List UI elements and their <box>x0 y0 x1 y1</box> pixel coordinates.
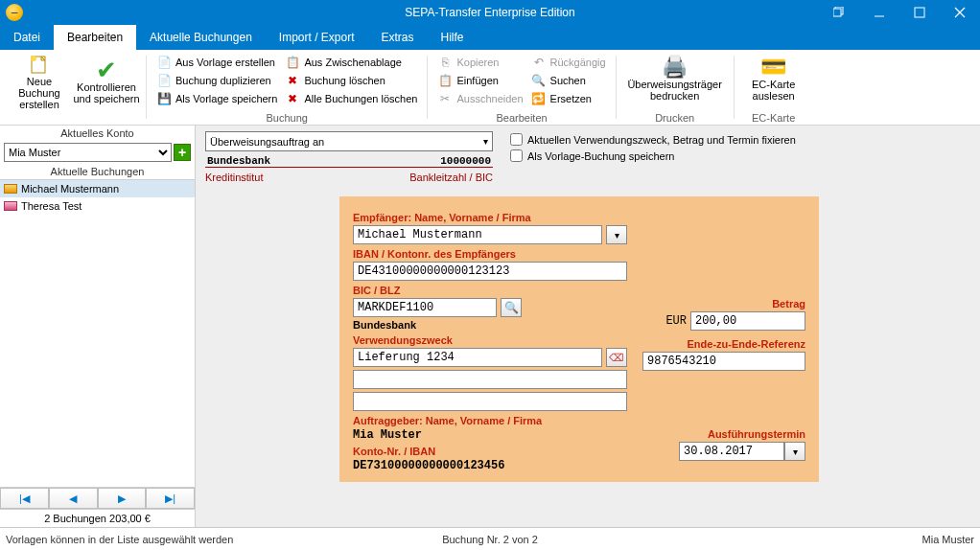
list-item-label: Michael Mustermann <box>21 183 119 195</box>
ribbon-einfuegen[interactable]: 📋Einfügen <box>437 72 523 89</box>
ribbon-neue-buchung-label: Neue Buchungerstellen <box>6 76 73 110</box>
ribbon-ersetzen-label: Ersetzen <box>550 93 592 104</box>
ribbon-ersetzen[interactable]: 🔁Ersetzen <box>531 90 606 107</box>
minimize-button[interactable] <box>859 0 899 25</box>
aktuelles-konto-label: Aktuelles Konto <box>0 126 195 141</box>
ribbon: Neue Buchungerstellen ✔ Kontrollierenund… <box>0 50 980 126</box>
bank-name: Bundesbank <box>207 155 270 167</box>
ribbon-duplizieren[interactable]: 📄Buchung duplizieren <box>156 72 277 89</box>
ribbon-alle-loeschen[interactable]: ✖Alle Buchungen löschen <box>285 90 417 107</box>
chk-vorlage-input[interactable] <box>510 149 523 162</box>
auftrag-an-select[interactable]: Überweisungsauftrag an ▾ <box>205 131 493 151</box>
aktuelle-buchungen-label: Aktuelle Buchungen <box>0 164 195 179</box>
ribbon-kontrollieren[interactable]: ✔ Kontrollierenund speichern <box>73 57 140 106</box>
ribbon-eckarte-auslesen[interactable]: 💳 EC-Karteauslesen <box>740 54 807 103</box>
bic-lookup-button[interactable]: 🔍 <box>501 298 522 317</box>
chevron-down-icon: ▾ <box>793 447 798 457</box>
ribbon-ausschneiden[interactable]: ✂Ausschneiden <box>437 90 523 107</box>
transfer-form: Empfänger: Name, Vorname / Firma ▾ IBAN … <box>339 196 819 482</box>
lbl-termin: Ausführungstermin <box>642 428 805 440</box>
ribbon-alle-loeschen-label: Alle Buchungen löschen <box>304 93 417 104</box>
betrag-input[interactable] <box>690 311 805 331</box>
svg-rect-1 <box>833 9 841 16</box>
lbl-bic: BIC / BLZ <box>353 285 627 296</box>
zweck-input-1[interactable] <box>353 348 602 367</box>
ribbon-rueckgaengig[interactable]: ↶Rückgängig <box>531 54 606 71</box>
buchung-list: Michael Mustermann Theresa Test <box>0 179 195 487</box>
maximize-button[interactable] <box>899 0 940 25</box>
termin-input[interactable] <box>679 442 784 461</box>
ribbon-group-bearbeiten-label: Bearbeiten <box>428 112 615 124</box>
ribbon-kopieren[interactable]: ⎘Kopieren <box>437 54 523 71</box>
nav-prev-button[interactable]: ◀ <box>49 488 98 509</box>
restore-button[interactable] <box>819 0 859 25</box>
nav-first-button[interactable]: |◀ <box>0 488 49 509</box>
ribbon-duplizieren-label: Buchung duplizieren <box>175 75 271 86</box>
e2e-input[interactable] <box>642 352 805 371</box>
menu-hilfe[interactable]: Hilfe <box>428 25 478 50</box>
chk-fixieren[interactable]: Aktuellen Verwendungszweck, Betrag und T… <box>510 133 796 146</box>
list-summary: 2 Buchungen 203,00 € <box>0 509 195 527</box>
eraser-icon: ⌫ <box>609 352 624 364</box>
chevron-down-icon: ▾ <box>483 136 488 147</box>
nav-last-button[interactable]: ▶| <box>146 488 195 509</box>
window-buttons <box>819 0 980 25</box>
bank-blz: 10000000 <box>440 155 491 167</box>
ribbon-traeger-label: Überweisungsträgerbedrucken <box>627 79 721 102</box>
ribbon-rueckgaengig-label: Rückgängig <box>550 57 606 68</box>
svg-point-8 <box>31 56 36 61</box>
add-konto-button[interactable]: + <box>174 144 191 161</box>
empfaenger-input[interactable] <box>353 225 602 244</box>
replace-icon: 🔁 <box>531 92 547 105</box>
empfaenger-dropdown-button[interactable]: ▾ <box>606 225 627 244</box>
chk-fixieren-input[interactable] <box>510 133 523 146</box>
ribbon-traeger-bedrucken[interactable]: 🖨️ Überweisungsträgerbedrucken <box>622 54 728 103</box>
currency-label: EUR <box>665 314 687 328</box>
zweck-input-2[interactable] <box>353 370 627 389</box>
nav-next-button[interactable]: ▶ <box>98 488 147 509</box>
statusbar: Vorlagen können in der Liste ausgewählt … <box>0 527 980 550</box>
ribbon-kopieren-label: Kopieren <box>456 57 499 68</box>
menu-bearbeiten[interactable]: Bearbeiten <box>54 25 136 50</box>
list-item-label: Theresa Test <box>21 200 82 212</box>
ribbon-einfuegen-label: Einfügen <box>456 75 498 86</box>
termin-dropdown-button[interactable]: ▾ <box>784 442 805 461</box>
menu-datei[interactable]: Datei <box>0 25 54 50</box>
list-item[interactable]: Theresa Test <box>0 197 195 215</box>
iban-input[interactable] <box>353 262 627 281</box>
close-icon <box>954 7 966 18</box>
ribbon-group-buchung-label: Buchung <box>147 112 427 124</box>
ribbon-zwischenablage[interactable]: 📋Aus Zwischenablage <box>285 54 417 71</box>
ribbon-als-vorlage[interactable]: 💾Als Vorlage speichern <box>156 90 277 107</box>
new-document-icon <box>29 53 50 76</box>
ribbon-aus-vorlage[interactable]: 📄Aus Vorlage erstellen <box>156 54 277 71</box>
auftraggeber-name: Mia Muster <box>353 428 627 442</box>
lbl-betrag: Betrag <box>642 298 805 309</box>
duplicate-icon: 📄 <box>156 74 172 87</box>
chk-vorlage[interactable]: Als Vorlage-Buchung speichern <box>510 149 796 162</box>
transfer-icon <box>4 201 17 211</box>
bic-input[interactable] <box>353 298 497 317</box>
list-item[interactable]: Michael Mustermann <box>0 180 195 197</box>
bic-bank-label: Bundesbank <box>353 319 627 331</box>
paste-icon: 📋 <box>437 74 453 87</box>
ribbon-suchen[interactable]: 🔍Suchen <box>531 72 606 89</box>
chk-fixieren-label: Aktuellen Verwendungszweck, Betrag und T… <box>527 134 796 146</box>
menu-import-export[interactable]: Import / Export <box>266 25 368 50</box>
zweck-input-3[interactable] <box>353 392 627 411</box>
chevron-down-icon: ▾ <box>615 230 619 241</box>
ribbon-als-vorlage-label: Als Vorlage speichern <box>175 93 277 104</box>
ribbon-suchen-label: Suchen <box>550 75 586 86</box>
status-left: Vorlagen können in der Liste ausgewählt … <box>6 534 233 545</box>
ribbon-neue-buchung[interactable]: Neue Buchungerstellen <box>6 51 73 112</box>
clipboard-icon: 📋 <box>285 56 300 69</box>
lbl-blz: Bankleitzahl / BIC <box>409 172 493 183</box>
ribbon-loeschen[interactable]: ✖Buchung löschen <box>285 72 417 89</box>
close-button[interactable] <box>940 0 980 25</box>
zweck-clear-button[interactable]: ⌫ <box>606 348 627 367</box>
lbl-kontonr: Konto-Nr. / IBAN <box>353 446 627 457</box>
konto-select[interactable]: Mia Muster <box>4 143 172 162</box>
menu-extras[interactable]: Extras <box>368 25 428 50</box>
app-icon: – <box>6 4 23 21</box>
menu-aktuelle-buchungen[interactable]: Aktuelle Buchungen <box>136 25 266 50</box>
